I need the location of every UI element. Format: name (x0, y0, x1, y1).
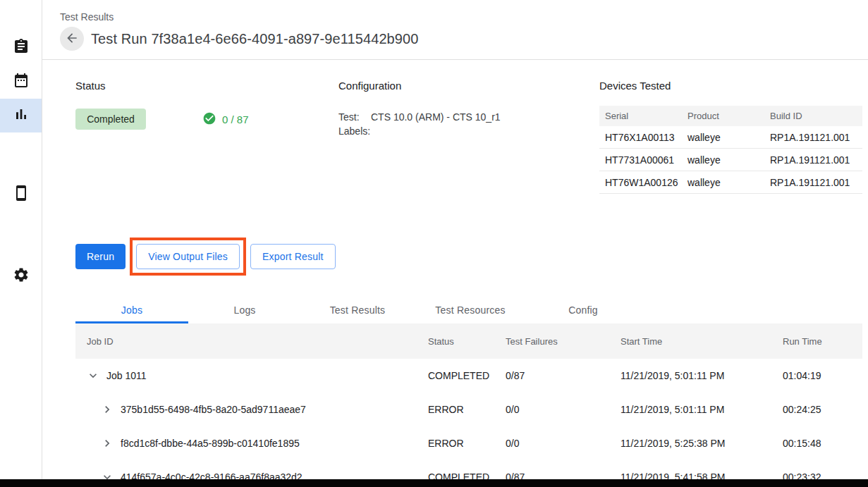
device-row: HT76X1A00113 walleye RP1A.191121.001 (599, 126, 862, 149)
devices-heading: Devices Tested (599, 80, 862, 92)
actions-row: Rerun View Output Files Export Result (75, 238, 862, 276)
smartphone-icon (13, 185, 30, 204)
annotation-box: View Output Files (130, 238, 246, 276)
tab-bar: Jobs Logs Test Results Test Resources Co… (75, 297, 862, 323)
job-run-time: 00:24:25 (783, 404, 862, 415)
device-product: walleye (682, 132, 764, 143)
devices-col-build: Build ID (764, 111, 862, 121)
job-failures: 0/0 (506, 438, 621, 449)
job-start-time: 11/21/2019, 5:25:38 PM (621, 438, 783, 449)
clipboard-icon (13, 38, 30, 58)
bar-chart-icon (13, 106, 30, 125)
config-test-label: Test: (338, 110, 371, 124)
status-section: Status Completed 0 / 87 (75, 80, 338, 194)
device-build-id: RP1A.191121.001 (764, 132, 862, 143)
tab-test-resources[interactable]: Test Resources (414, 297, 527, 323)
arrow-back-icon (65, 31, 79, 47)
device-build-id: RP1A.191121.001 (764, 177, 862, 188)
job-failures: 0/87 (506, 370, 621, 381)
breadcrumb: Test Results (60, 11, 857, 23)
view-output-files-button[interactable]: View Output Files (136, 244, 240, 269)
job-start-time: 11/21/2019, 5:01:11 PM (621, 370, 783, 381)
jobs-col-test-failures: Test Failures (506, 336, 621, 347)
device-row: HT7731A00061 walleye RP1A.191121.001 (599, 149, 862, 171)
tab-config[interactable]: Config (527, 297, 640, 323)
job-id: 414f657a-4c0c-42c8-9166-aa76f8aa32d2 (121, 471, 302, 479)
devices-col-product: Product (682, 111, 764, 121)
chevron-right-icon[interactable] (99, 436, 115, 451)
rerun-button[interactable]: Rerun (75, 244, 126, 269)
jobs-col-start-time: Start Time (621, 336, 783, 347)
device-serial: HT76W1A00126 (599, 177, 682, 188)
gear-icon (13, 266, 30, 286)
jobs-col-job-id: Job ID (75, 336, 428, 347)
sidebar-item-devices[interactable] (0, 178, 42, 211)
devices-col-serial: Serial (599, 111, 682, 121)
job-start-time: 11/21/2019, 5:41:58 PM (621, 471, 783, 479)
config-labels-label: Labels: (338, 124, 371, 138)
sidebar-spacer (0, 211, 42, 259)
job-start-time: 11/21/2019, 5:01:11 PM (621, 404, 783, 415)
job-failures: 0/87 (506, 471, 621, 479)
configuration-heading: Configuration (338, 80, 599, 92)
page-header: Test Results Test Run 7f38a1e4-6e66-4091… (42, 0, 868, 60)
devices-section: Devices Tested Serial Product Build ID H… (599, 80, 862, 194)
device-serial: HT76X1A00113 (599, 132, 682, 143)
config-labels-line: Labels: (338, 124, 599, 138)
bottom-bar (0, 479, 868, 487)
device-serial: HT7731A00061 (599, 154, 682, 166)
export-result-button[interactable]: Export Result (250, 244, 336, 269)
sidebar-item-settings[interactable] (0, 259, 42, 293)
device-product: walleye (682, 154, 764, 166)
device-product: walleye (682, 177, 764, 188)
job-status: ERROR (428, 404, 506, 415)
table-row[interactable]: 414f657a-4c0c-42c8-9166-aa76f8aa32d2 COM… (75, 460, 862, 479)
config-test-line: Test:CTS 10.0 (ARM) - CTS 10_r1 (338, 110, 599, 124)
sidebar (0, 0, 42, 479)
devices-table-header: Serial Product Build ID (599, 106, 862, 126)
job-id: f8cd1c8f-dbbe-44a5-899b-c01410fe1895 (121, 438, 300, 449)
chevron-right-icon[interactable] (99, 402, 115, 417)
sidebar-item-scheduled-runs[interactable] (0, 65, 42, 99)
failure-count-text: 0 / 87 (222, 113, 249, 125)
chevron-down-icon[interactable] (99, 469, 115, 479)
jobs-col-status: Status (428, 336, 506, 347)
status-heading: Status (75, 80, 338, 92)
app-window: Test Results Test Run 7f38a1e4-6e66-4091… (0, 0, 868, 479)
tab-logs[interactable]: Logs (188, 297, 301, 323)
job-id: 375b1d55-6498-4fb5-8a20-5ad9711aeae7 (121, 404, 306, 415)
chevron-down-icon[interactable] (85, 368, 101, 383)
job-run-time: 01:04:19 (783, 370, 862, 381)
page-title: Test Run 7f38a1e4-6e66-4091-a897-9e11544… (91, 31, 419, 47)
configuration-section: Configuration Test:CTS 10.0 (ARM) - CTS … (338, 80, 599, 194)
job-id: Job 1011 (106, 370, 147, 381)
table-row[interactable]: f8cd1c8f-dbbe-44a5-899b-c01410fe1895 ERR… (75, 426, 862, 460)
job-status: ERROR (428, 438, 506, 449)
back-button[interactable] (60, 27, 84, 51)
job-status: COMPLETED (428, 370, 506, 381)
tab-test-results[interactable]: Test Results (301, 297, 414, 323)
jobs-col-run-time: Run Time (783, 336, 862, 347)
calendar-icon (13, 72, 30, 92)
main-panel: Status Completed 0 / 87 Configuration Te… (42, 60, 868, 479)
device-row: HT76W1A00126 walleye RP1A.191121.001 (599, 171, 862, 194)
device-build-id: RP1A.191121.001 (764, 154, 862, 166)
jobs-table: Job ID Status Test Failures Start Time R… (75, 323, 862, 479)
job-failures: 0/0 (506, 404, 621, 415)
table-row[interactable]: 375b1d55-6498-4fb5-8a20-5ad9711aeae7 ERR… (75, 393, 862, 426)
table-row[interactable]: Job 1011 COMPLETED 0/87 11/21/2019, 5:01… (75, 359, 862, 393)
check-circle-icon (202, 111, 216, 128)
jobs-table-header: Job ID Status Test Failures Start Time R… (75, 323, 862, 359)
failure-count: 0 / 87 (202, 111, 249, 128)
config-test-value: CTS 10.0 (ARM) - CTS 10_r1 (371, 111, 501, 123)
sidebar-spacer (0, 132, 42, 178)
job-run-time: 00:15:48 (783, 438, 862, 449)
devices-table: Serial Product Build ID HT76X1A00113 wal… (599, 106, 862, 194)
sidebar-item-test-results[interactable] (0, 99, 42, 132)
job-run-time: 00:23:32 (783, 471, 862, 479)
sidebar-item-test-plans[interactable] (0, 31, 42, 65)
tab-jobs[interactable]: Jobs (75, 297, 188, 323)
content-area: Test Results Test Run 7f38a1e4-6e66-4091… (42, 0, 868, 479)
job-status: COMPLETED (428, 471, 506, 479)
status-badge: Completed (75, 109, 146, 130)
